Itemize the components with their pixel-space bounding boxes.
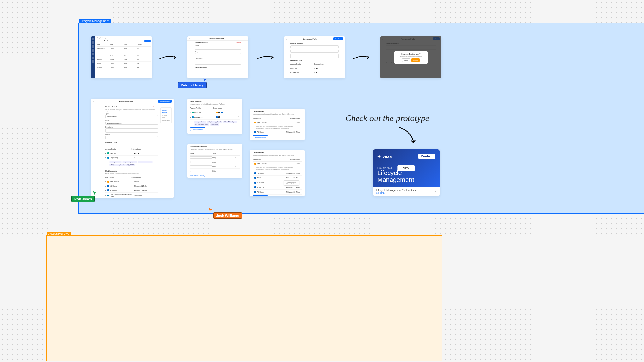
section-subtitle: Access provided through integrations and…: [253, 113, 302, 115]
type-select[interactable]: Access Profile: [105, 115, 158, 118]
name-input[interactable]: US Engineering Team: [105, 122, 158, 125]
mock-inherits-from-card[interactable]: Inherits From Include access inherited b…: [187, 99, 242, 134]
table-row[interactable]: ▸AD Global4 Groups, 11 Roles⋮: [253, 185, 302, 190]
section-heading: Inherits From: [290, 60, 339, 62]
table-row[interactable]: ▸AD Global4 Groups, 11 Roles⋮: [253, 171, 302, 176]
nav-icon[interactable]: [92, 57, 94, 59]
breadcrumb: Lifecycle Management: [95, 36, 152, 39]
add-custom-property-button[interactable]: Add Custom Property: [190, 174, 207, 177]
field-label: Scope: [195, 51, 241, 53]
nav-icon[interactable]: [92, 49, 94, 52]
table-row[interactable]: Data Ops● ● ●: [290, 66, 339, 70]
table-row[interactable]: ▸AD Global4 Groups, 11 Roles: [105, 184, 158, 188]
table-row[interactable]: ▾AWS Prod US7 Roles⋮: [253, 120, 302, 125]
table-row[interactable]: ▾Engineering● ●: [105, 156, 158, 160]
table-row[interactable]: String▾–: [190, 169, 240, 173]
text-input[interactable]: [290, 50, 339, 53]
col-header: Name: [97, 44, 110, 45]
side-nav-tabs: Profile Details Inherits From Entitlemen…: [160, 107, 172, 123]
view-prototype-button[interactable]: View: [397, 165, 415, 171]
close-icon[interactable]: ×: [189, 37, 190, 39]
scope-input[interactable]: [195, 53, 241, 56]
section-subtitle: Define which custom user properties you …: [190, 148, 240, 150]
table-row[interactable]: ▸Data Ops● ● ● ●: [105, 151, 158, 156]
table-row[interactable]: String▾–: [190, 164, 240, 169]
section-heading: Inherits From: [195, 67, 241, 69]
table-row[interactable]: Engineering USProfileActive2d: [97, 47, 151, 50]
mock-custom-properties-card[interactable]: Custom Properties Define which custom us…: [187, 144, 242, 178]
table-row[interactable]: ContractorProfileDraft5d: [97, 54, 151, 58]
flow-arrow-icon: [256, 53, 275, 62]
table-row[interactable]: Engineering● ●: [290, 70, 339, 74]
table-row[interactable]: String▾–: [190, 160, 240, 164]
row-menu-icon[interactable]: ⋮: [300, 121, 302, 124]
tab-profile-details[interactable]: Profile Details: [162, 109, 170, 114]
nav-icon[interactable]: [92, 38, 94, 40]
prototype-card[interactable]: ✦ veza Product Patrick Han Lifecycle Man…: [373, 149, 440, 196]
col-header: Type: [110, 44, 124, 45]
expand-icon[interactable]: ⤢: [434, 190, 436, 193]
section-heading: Entitlements: [253, 152, 302, 154]
nav-icon[interactable]: [92, 60, 94, 63]
mock-entitlements-card[interactable]: Entitlements Access provided through int…: [250, 109, 305, 140]
nav-icon[interactable]: [92, 53, 94, 55]
table-row[interactable]: ▸AD Global4 Groups, 11 Roles⋮: [253, 176, 302, 180]
text-input[interactable]: [290, 45, 339, 48]
product-badge: Product: [418, 154, 435, 159]
row-menu-icon[interactable]: ⋮: [237, 111, 240, 114]
row-menu-icon[interactable]: ⋮: [237, 116, 240, 118]
add-entitlement-button[interactable]: Add Entitlement: [253, 135, 268, 139]
table-row[interactable]: ▾Engineering⋮: [190, 115, 240, 120]
table-row[interactable]: ▸Okta Corp Federation Master no Other7 M…: [105, 193, 158, 198]
close-icon[interactable]: ×: [93, 100, 94, 102]
table-row[interactable]: ▸AD Global4 Groups, 11 Roles⋮: [253, 130, 302, 134]
table-row[interactable]: MarketingProfileActive3w: [97, 65, 151, 69]
text-input[interactable]: [290, 54, 339, 58]
create-profile-button[interactable]: Create Profile: [158, 100, 172, 103]
create-button[interactable]: Create: [144, 40, 151, 42]
prototype-footer: Lifecycle Management Explorations ◈ Figm…: [373, 187, 440, 196]
table-row[interactable]: EmployeeProfileActive1w: [97, 58, 151, 62]
required-badge: Required: [153, 106, 158, 108]
table-row[interactable]: ▸AD Global4 Groups, 11 Roles⋮: [253, 190, 302, 195]
table-row[interactable]: FinanceProfileActive2w: [97, 62, 151, 65]
table-row[interactable]: ▸AWS Prod US7 Roles: [105, 179, 158, 184]
confirm-remove-button[interactable]: Remove: [411, 58, 420, 62]
close-icon[interactable]: ×: [286, 38, 287, 40]
section-label-lifecycle: Lifecycle Management: [79, 19, 111, 23]
mock-access-profiles-list[interactable]: Lifecycle Management Access Profiles Cre…: [91, 36, 152, 78]
cancel-button[interactable]: Cancel: [402, 58, 410, 62]
prototype-footer-meta: ◈ Figma: [376, 192, 416, 194]
table-row[interactable]: Data OpsProfileActive3d: [97, 50, 151, 54]
section-reviews: Access Reviews: [46, 235, 442, 361]
table-row[interactable]: ▸Data Ops⋮: [190, 110, 240, 115]
description-input[interactable]: [105, 128, 158, 133]
add-inheritance-button[interactable]: Add Inheritance: [190, 127, 205, 131]
modal-body: Are you sure you want to remove this?: [396, 56, 426, 57]
mock-remove-entitlement-modal[interactable]: × New Access Profile Save Profile Detail…: [380, 36, 441, 78]
mock-new-profile-inherits[interactable]: × New Access Profile Save Draft Profile …: [284, 36, 345, 78]
tab-entitlements[interactable]: Entitlements: [162, 119, 170, 122]
prototype-title-line2: Management: [377, 176, 414, 183]
mock-entitlements-context-menu[interactable]: Entitlements Access provided through int…: [250, 150, 305, 196]
tab-inherits-from[interactable]: Inherits From: [162, 114, 170, 119]
sidebar-nav: [91, 36, 95, 78]
menu-delete-entitlement[interactable]: 🗑 Delete Entitlement: [286, 183, 297, 184]
mock-new-profile-blank[interactable]: × New Access Profile Profile Details Req…: [187, 36, 248, 78]
name-input[interactable]: [195, 47, 241, 50]
table-row[interactable]: ▸AD Global4 Groups, 11 Roles: [105, 188, 158, 193]
table-row[interactable]: String▾–: [190, 156, 240, 160]
description-input[interactable]: [195, 60, 241, 65]
nav-icon[interactable]: [92, 45, 94, 48]
labels-input[interactable]: [105, 136, 158, 139]
brand-logo: ✦ veza: [377, 154, 392, 159]
add-entitlement-button[interactable]: Add Entitlement: [253, 195, 268, 196]
section-subtitle: Include access inherited by other Access…: [105, 144, 158, 146]
chips-group: Data Ops · Data Structure & Integrity · …: [253, 125, 302, 130]
row-menu-icon[interactable]: ⋮: [300, 131, 302, 133]
table-row[interactable]: ▾AWS Prod US7 Roles⋮: [253, 162, 302, 166]
nav-icon[interactable]: [92, 41, 94, 44]
col-header: Access Profile: [290, 63, 314, 65]
save-draft-button[interactable]: Save Draft: [333, 37, 343, 40]
mock-new-profile-full[interactable]: × New Access Profile Create Profile Prof…: [91, 99, 174, 198]
